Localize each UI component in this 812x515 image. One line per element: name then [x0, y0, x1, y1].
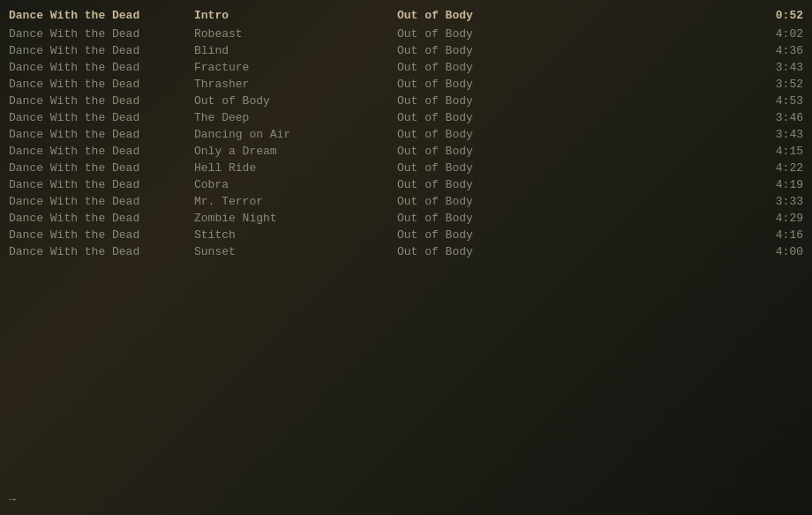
- track-title: Hell Ride: [194, 161, 397, 175]
- track-artist: Dance With the Dead: [9, 44, 194, 57]
- track-duration: 3:52: [750, 78, 803, 91]
- track-title: Fracture: [194, 61, 397, 74]
- track-row[interactable]: Dance With the DeadDancing on AirOut of …: [0, 126, 812, 143]
- track-row[interactable]: Dance With the DeadMr. TerrorOut of Body…: [0, 193, 812, 210]
- track-row[interactable]: Dance With the DeadOnly a DreamOut of Bo…: [0, 143, 812, 160]
- track-album: Out of Body: [397, 212, 750, 225]
- track-artist: Dance With the Dead: [9, 61, 194, 74]
- track-title: The Deep: [194, 111, 397, 124]
- track-artist: Dance With the Dead: [9, 78, 194, 91]
- track-row[interactable]: Dance With the DeadBlindOut of Body4:36: [0, 42, 812, 59]
- header-album: Out of Body: [397, 9, 750, 22]
- track-title: Sunset: [194, 245, 397, 258]
- track-artist: Dance With the Dead: [9, 212, 194, 225]
- track-album: Out of Body: [397, 228, 750, 242]
- track-duration: 4:00: [750, 245, 803, 258]
- track-artist: Dance With the Dead: [9, 145, 194, 158]
- track-album: Out of Body: [397, 195, 750, 208]
- track-artist: Dance With the Dead: [9, 195, 194, 208]
- track-artist: Dance With the Dead: [9, 111, 194, 124]
- track-title: Out of Body: [194, 94, 397, 108]
- track-duration: 4:53: [750, 94, 803, 108]
- track-row[interactable]: Dance With the DeadCobraOut of Body4:19: [0, 176, 812, 193]
- track-row[interactable]: Dance With the DeadStitchOut of Body4:16: [0, 227, 812, 243]
- track-row[interactable]: Dance With the DeadRobeastOut of Body4:0…: [0, 26, 812, 42]
- track-album: Out of Body: [397, 94, 750, 108]
- track-duration: 4:29: [750, 212, 803, 225]
- header-duration: 0:52: [750, 9, 803, 22]
- header-artist: Dance With the Dead: [9, 9, 194, 22]
- track-duration: 3:43: [750, 128, 803, 141]
- track-artist: Dance With the Dead: [9, 228, 194, 242]
- track-row[interactable]: Dance With the DeadZombie NightOut of Bo…: [0, 210, 812, 227]
- track-artist: Dance With the Dead: [9, 94, 194, 108]
- track-duration: 3:46: [750, 111, 803, 124]
- track-row[interactable]: Dance With the DeadFractureOut of Body3:…: [0, 59, 812, 76]
- track-row[interactable]: Dance With the DeadThrasherOut of Body3:…: [0, 76, 812, 93]
- track-duration: 3:43: [750, 61, 803, 74]
- track-list-header: Dance With the Dead Intro Out of Body 0:…: [0, 7, 812, 24]
- track-row[interactable]: Dance With the DeadSunsetOut of Body4:00: [0, 243, 812, 260]
- track-title: Dancing on Air: [194, 128, 397, 141]
- track-title: Mr. Terror: [194, 195, 397, 208]
- track-duration: 4:15: [750, 145, 803, 158]
- track-title: Cobra: [194, 178, 397, 191]
- track-album: Out of Body: [397, 61, 750, 74]
- track-title: Robeast: [194, 27, 397, 41]
- track-artist: Dance With the Dead: [9, 245, 194, 258]
- track-artist: Dance With the Dead: [9, 27, 194, 41]
- track-artist: Dance With the Dead: [9, 128, 194, 141]
- track-duration: 3:33: [750, 195, 803, 208]
- arrow-indicator: →: [9, 493, 16, 506]
- track-album: Out of Body: [397, 161, 750, 175]
- track-artist: Dance With the Dead: [9, 178, 194, 191]
- track-title: Stitch: [194, 228, 397, 242]
- track-list: Dance With the Dead Intro Out of Body 0:…: [0, 0, 812, 267]
- track-duration: 4:22: [750, 161, 803, 175]
- track-artist: Dance With the Dead: [9, 161, 194, 175]
- track-album: Out of Body: [397, 44, 750, 57]
- track-row[interactable]: Dance With the DeadThe DeepOut of Body3:…: [0, 109, 812, 126]
- track-title: Thrasher: [194, 78, 397, 91]
- track-duration: 4:02: [750, 27, 803, 41]
- track-album: Out of Body: [397, 27, 750, 41]
- track-duration: 4:16: [750, 228, 803, 242]
- track-row[interactable]: Dance With the DeadOut of BodyOut of Bod…: [0, 93, 812, 109]
- track-duration: 4:19: [750, 178, 803, 191]
- track-album: Out of Body: [397, 145, 750, 158]
- track-album: Out of Body: [397, 178, 750, 191]
- track-title: Zombie Night: [194, 212, 397, 225]
- track-album: Out of Body: [397, 245, 750, 258]
- track-row[interactable]: Dance With the DeadHell RideOut of Body4…: [0, 160, 812, 176]
- track-album: Out of Body: [397, 78, 750, 91]
- header-title: Intro: [194, 9, 397, 22]
- track-album: Out of Body: [397, 128, 750, 141]
- track-title: Blind: [194, 44, 397, 57]
- track-title: Only a Dream: [194, 145, 397, 158]
- track-duration: 4:36: [750, 44, 803, 57]
- track-album: Out of Body: [397, 111, 750, 124]
